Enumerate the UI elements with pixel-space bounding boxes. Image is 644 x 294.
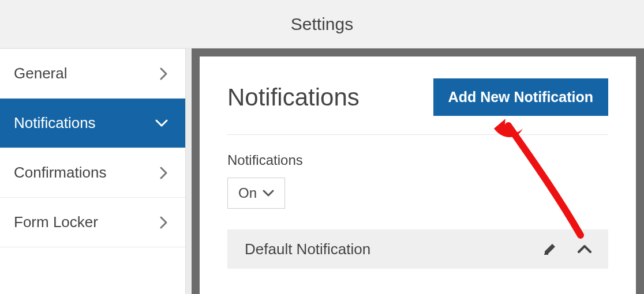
svg-rect-0: [544, 254, 548, 255]
field-label: Notifications: [227, 152, 608, 168]
notifications-status-select[interactable]: On: [227, 178, 285, 209]
select-value: On: [238, 185, 257, 201]
edit-icon[interactable]: [542, 242, 557, 257]
sidebar-item-general[interactable]: General: [0, 49, 185, 99]
settings-header: Settings: [0, 0, 644, 48]
page-title: Settings: [291, 14, 353, 34]
notification-row-title: Default Notification: [245, 240, 542, 258]
chevron-right-icon: [160, 67, 168, 80]
main-area: General Notifications Confirmations Form…: [0, 48, 644, 294]
sidebar-item-notifications[interactable]: Notifications: [0, 99, 185, 148]
add-new-notification-button[interactable]: Add New Notification: [433, 78, 608, 116]
sidebar-item-confirmations[interactable]: Confirmations: [0, 148, 185, 198]
panel-title: Notifications: [227, 84, 360, 111]
notification-row[interactable]: Default Notification: [227, 229, 608, 269]
content-frame: Notifications Add New Notification Notif…: [192, 48, 644, 294]
sidebar-item-label: General: [14, 65, 68, 82]
settings-sidebar: General Notifications Confirmations Form…: [0, 48, 185, 294]
chevron-right-icon: [160, 167, 168, 179]
chevron-down-icon: [263, 190, 274, 197]
notification-row-actions: [542, 242, 592, 257]
panel-header: Notifications Add New Notification: [227, 78, 608, 135]
sidebar-item-label: Notifications: [14, 114, 96, 132]
chevron-right-icon: [160, 216, 168, 229]
sidebar-item-form-locker[interactable]: Form Locker: [0, 198, 185, 247]
sidebar-item-label: Form Locker: [14, 213, 98, 231]
sidebar-item-label: Confirmations: [14, 164, 106, 182]
sidebar-gutter: [185, 48, 192, 294]
chevron-up-icon[interactable]: [577, 244, 592, 254]
chevron-down-icon: [155, 119, 168, 127]
notifications-panel: Notifications Add New Notification Notif…: [200, 56, 636, 294]
notifications-toggle-field: Notifications On: [227, 152, 608, 209]
